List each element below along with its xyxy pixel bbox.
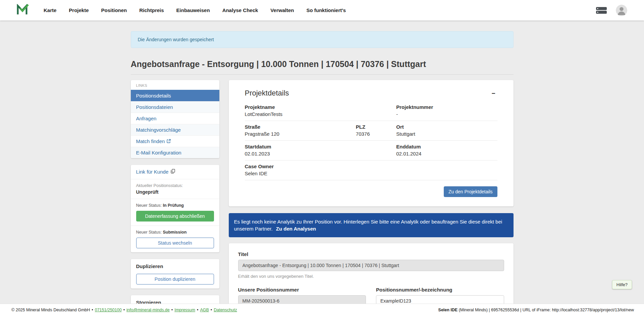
- sidebar-item-matchingvorschlaege[interactable]: Matchingvorschläge: [131, 124, 219, 135]
- sidebar-cancel-card: Stornieren Stornieren: [131, 295, 219, 304]
- mineral-minds-logo-icon: [16, 4, 29, 17]
- ort-value: Stuttgart: [396, 131, 497, 137]
- projektnummer-value: -: [396, 111, 497, 117]
- external-link-icon: [167, 138, 171, 144]
- footer-separator: •: [92, 308, 93, 312]
- footer-separator: •: [211, 308, 212, 312]
- duplicate-position-button[interactable]: Position duplizieren: [136, 274, 214, 285]
- plz-label: PLZ: [356, 124, 396, 130]
- sidebar-links-card: LINKS Positionsdetails Positionsdateien …: [131, 80, 219, 158]
- footer-left: © 2025 Mineral Minds Deutschland GmbH • …: [11, 308, 237, 312]
- projektname-value: LotCreationTests: [245, 111, 396, 117]
- nav-item-positionen[interactable]: Positionen: [101, 7, 127, 13]
- footer-separator: •: [123, 308, 125, 312]
- footer-impressum-link[interactable]: Impressum: [174, 308, 195, 312]
- top-navbar: Karte Projekte Positionen Richtpreis Ein…: [0, 0, 644, 20]
- help-button[interactable]: Hilfe?: [612, 280, 632, 289]
- go-to-project-details-button[interactable]: Zu den Projektdetails: [444, 186, 497, 197]
- links-header: LINKS: [131, 80, 219, 90]
- plz-value: 70376: [356, 131, 396, 137]
- positionsbezeichnung-label: Positionsnummer/-bezeichnung: [376, 287, 504, 293]
- main-viewport: Die Änderungen wurden gespeichert Angebo…: [0, 20, 644, 304]
- copy-icon: [171, 169, 175, 175]
- nav-item-verwalten[interactable]: Verwalten: [270, 7, 294, 13]
- titel-help: Erhält den von uns vorgegebenen Titel.: [238, 274, 504, 279]
- project-details-card: Projektdetails − Projektname LotCreation…: [229, 80, 514, 206]
- project-details-title: Projektdetails: [245, 89, 289, 98]
- next-status-1: Neuer Status: In Prüfung: [136, 203, 214, 208]
- sidebar: LINKS Positionsdetails Positionsdateien …: [131, 80, 219, 304]
- sidebar-item-label: Positionsdetails: [136, 93, 171, 99]
- nav-item-analyse-check[interactable]: Analyse Check: [222, 7, 258, 13]
- sidebar-item-label: Matchingvorschläge: [136, 127, 181, 133]
- page-title: Angebotsanfrage - Entsorgung | 10.000 To…: [131, 59, 514, 69]
- analytics-banner: Es liegt noch keine Analytik zu Ihrer Po…: [229, 213, 514, 237]
- project-details-row-4: Case Owner Selen IDE: [245, 161, 497, 180]
- enddatum-value: 02.01.2024: [396, 151, 497, 156]
- sidebar-item-positionsdateien[interactable]: Positionsdateien: [131, 101, 219, 113]
- alert-message: Die Änderungen wurden gespeichert: [138, 37, 214, 42]
- project-details-row-1: Projektname LotCreationTests Projektnumm…: [245, 101, 497, 121]
- project-details-row-3: Startdatum 02.01.2023 Enddatum 02.01.202…: [245, 141, 497, 161]
- footer-email-link[interactable]: info@mineral-minds.de: [126, 308, 170, 312]
- nav-item-projekte[interactable]: Projekte: [69, 7, 89, 13]
- startdatum-label: Startdatum: [245, 144, 396, 149]
- sidebar-item-label: Match finden: [136, 138, 165, 144]
- position-form-card: Titel Erhält den von uns vorgegebenen Ti…: [229, 243, 514, 304]
- footer-copyright: © 2025 Mineral Minds Deutschland GmbH: [11, 308, 90, 312]
- titel-input: [238, 260, 504, 271]
- sidebar-item-label: E-Mail Konfiguration: [136, 150, 181, 155]
- sidebar-duplicate-card: Duplizieren Position duplizieren: [131, 259, 219, 289]
- nav-item-richtpreis[interactable]: Richtpreis: [139, 7, 164, 13]
- main-column: Projektdetails − Projektname LotCreation…: [229, 80, 514, 304]
- go-to-analyses-link[interactable]: Zu den Analysen: [276, 226, 316, 232]
- footer-separator: •: [171, 308, 173, 312]
- sidebar-status-card: Link für Kunde Aktueller Positionsstatus…: [131, 165, 219, 252]
- customer-link[interactable]: Link für Kunde: [136, 169, 175, 175]
- sidebar-item-positionsdetails[interactable]: Positionsdetails: [131, 90, 219, 101]
- user-avatar-icon[interactable]: [616, 5, 627, 16]
- next-status-2: Neuer Status: Submission: [136, 230, 214, 235]
- titel-label: Titel: [238, 251, 504, 257]
- nav-item-so-funktionierts[interactable]: So funktioniert's: [306, 7, 346, 13]
- server-icon[interactable]: [596, 7, 607, 14]
- analytics-message: Es liegt noch keine Analytik zu Ihrer Po…: [234, 219, 502, 232]
- sidebar-item-label: Anfragen: [136, 116, 157, 121]
- sidebar-item-match-finden[interactable]: Match finden: [131, 135, 219, 147]
- unsere-positionsnummer-input: [238, 295, 366, 304]
- footer-session-details: (Mineral Minds) | 69576255536d | URL of …: [458, 308, 634, 312]
- switch-status-button[interactable]: Status wechseln: [136, 238, 214, 248]
- nav-item-einbauweisen[interactable]: Einbauweisen: [176, 7, 210, 13]
- complete-data-entry-button[interactable]: Datenerfassung abschließen: [136, 211, 214, 222]
- sidebar-item-email-konfiguration[interactable]: E-Mail Konfiguration: [131, 147, 219, 158]
- next-status-2-label: Neuer Status:: [136, 230, 162, 235]
- current-status-label: Aktueller Positionsstatus:: [136, 183, 214, 188]
- startdatum-value: 02.01.2023: [245, 151, 396, 156]
- unsere-positionsnummer-label: Unsere Positionsnummer: [238, 287, 366, 293]
- footer: © 2025 Mineral Minds Deutschland GmbH • …: [0, 304, 644, 316]
- footer-agb-link[interactable]: AGB: [200, 308, 209, 312]
- footer-user: Selen IDE: [438, 308, 458, 312]
- strasse-value: Pragstraße 120: [245, 131, 356, 137]
- next-status-1-label: Neuer Status:: [136, 203, 162, 208]
- positionsbezeichnung-input[interactable]: [376, 295, 504, 304]
- sidebar-item-label: Positionsdateien: [136, 104, 173, 110]
- brand-logo[interactable]: [16, 4, 29, 17]
- collapse-minus-icon[interactable]: −: [489, 89, 497, 98]
- footer-datenschutz-link[interactable]: Datenschutz: [214, 308, 237, 312]
- next-status-2-value: Submission: [163, 230, 186, 235]
- duplicate-header: Duplizieren: [131, 259, 219, 270]
- next-status-1-value: In Prüfung: [163, 203, 184, 208]
- title-divider: [131, 74, 514, 75]
- project-details-row-2: Straße Pragstraße 120 PLZ 70376 Ort Stut…: [245, 121, 497, 141]
- case-owner-value: Selen IDE: [245, 171, 396, 176]
- footer-session-info: Selen IDE (Mineral Minds) | 69576255536d…: [438, 308, 634, 312]
- footer-separator: •: [197, 308, 198, 312]
- case-owner-label: Case Owner: [245, 164, 396, 169]
- footer-phone-link[interactable]: 07151/250100: [95, 308, 122, 312]
- sidebar-item-anfragen[interactable]: Anfragen: [131, 113, 219, 124]
- projektnummer-label: Projektnummer: [396, 104, 497, 110]
- customer-link-label: Link für Kunde: [136, 169, 169, 175]
- nav-item-karte[interactable]: Karte: [44, 7, 56, 13]
- projektname-label: Projektname: [245, 104, 396, 110]
